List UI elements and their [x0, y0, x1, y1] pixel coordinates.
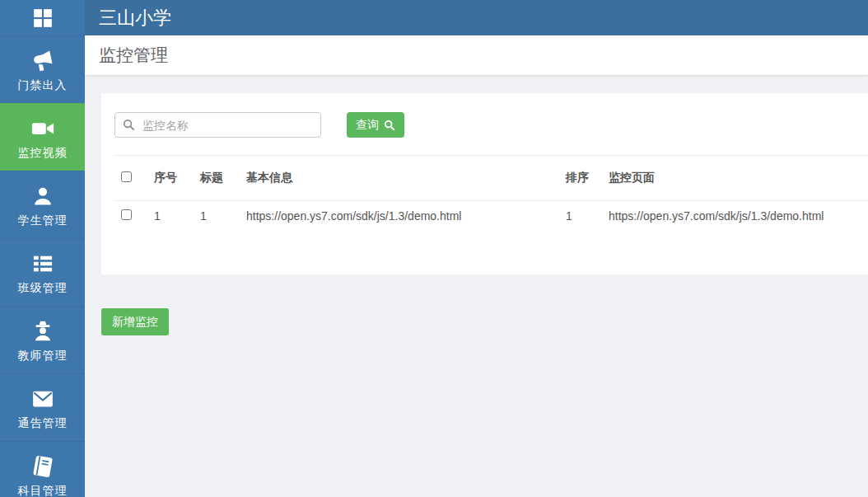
query-button-label: 查询 — [356, 118, 379, 133]
sidebar-item-label: 门禁出入 — [18, 78, 68, 93]
sidebar-item-label: 班级管理 — [18, 281, 68, 296]
sidebar-item-label: 教师管理 — [18, 349, 68, 363]
search-row: 查询 — [114, 112, 868, 138]
sidebar: 门禁出入 监控视频 学生管理 — [0, 0, 85, 497]
book-icon — [30, 453, 55, 480]
app-window: 门禁出入 监控视频 学生管理 — [0, 0, 868, 497]
page-header: 监控管理 — [85, 35, 868, 76]
content-area: 查询 序号 — [85, 76, 868, 497]
sidebar-item-door-access[interactable]: 门禁出入 — [0, 35, 85, 103]
col-header-title: 标题 — [194, 156, 240, 201]
sidebar-item-label: 通告管理 — [18, 416, 68, 431]
monitor-table-wrap: 序号 标题 基本信息 排序 监控页面 1 1 https://open.ys7 — [114, 155, 868, 227]
page-title: 监控管理 — [99, 44, 168, 67]
query-button[interactable]: 查询 — [347, 112, 404, 138]
sidebar-item-subject-mgmt[interactable]: 科目管理 — [0, 441, 85, 497]
col-header-no: 序号 — [147, 156, 194, 201]
app-title: 三山小学 — [99, 6, 171, 30]
sidebar-item-teacher-mgmt[interactable]: 教师管理 — [0, 306, 85, 373]
teacher-icon — [30, 318, 55, 345]
sidebar-item-label: 学生管理 — [18, 213, 68, 228]
sidebar-item-monitor-video[interactable]: 监控视频 — [0, 103, 85, 171]
col-header-page: 监控页面 — [602, 156, 868, 201]
add-monitor-button[interactable]: 新增监控 — [101, 308, 169, 335]
cell-title: 1 — [194, 201, 240, 228]
sidebar-item-student-mgmt[interactable]: 学生管理 — [0, 171, 85, 238]
monitor-panel: 查询 序号 — [101, 93, 868, 274]
search-icon — [123, 119, 135, 131]
cell-sort: 1 — [559, 201, 602, 228]
cell-page: https://open.ys7.com/sdk/js/1.3/demo.htm… — [602, 201, 868, 228]
search-box — [114, 112, 321, 138]
sidebar-item-class-mgmt[interactable]: 班级管理 — [0, 238, 85, 306]
envelope-icon — [30, 386, 55, 412]
grid-icon — [32, 7, 54, 29]
sidebar-logo[interactable] — [0, 0, 85, 35]
user-icon — [31, 183, 54, 209]
cell-no: 1 — [147, 201, 194, 228]
megaphone-icon — [30, 48, 55, 74]
col-header-info: 基本信息 — [240, 156, 559, 201]
col-header-sort: 排序 — [559, 156, 602, 201]
select-all-checkbox[interactable] — [121, 171, 132, 182]
search-icon — [384, 120, 395, 131]
monitor-table: 序号 标题 基本信息 排序 监控页面 1 1 https://open.ys7 — [114, 155, 868, 227]
search-input[interactable] — [114, 112, 321, 138]
list-icon — [31, 251, 54, 277]
sidebar-item-label: 监控视频 — [18, 146, 68, 161]
topbar: 三山小学 — [85, 0, 868, 35]
row-checkbox[interactable] — [121, 209, 132, 220]
sidebar-item-label: 科目管理 — [18, 484, 68, 497]
video-camera-icon — [30, 115, 55, 142]
sidebar-nav: 门禁出入 监控视频 学生管理 — [0, 35, 85, 497]
table-row: 1 1 https://open.ys7.com/sdk/js/1.3/demo… — [114, 201, 868, 228]
sidebar-item-notice-mgmt[interactable]: 通告管理 — [0, 373, 85, 441]
table-header-row: 序号 标题 基本信息 排序 监控页面 — [114, 156, 868, 201]
cell-info: https://open.ys7.com/sdk/js/1.3/demo.htm… — [240, 201, 559, 228]
